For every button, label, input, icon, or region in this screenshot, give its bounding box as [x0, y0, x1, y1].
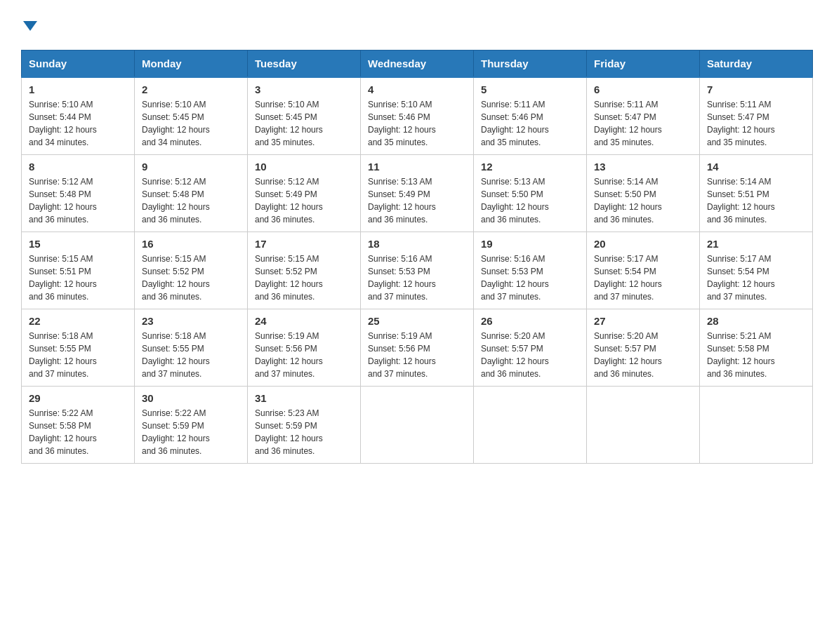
table-row: 2Sunrise: 5:10 AMSunset: 5:45 PMDaylight…: [135, 77, 248, 155]
table-row: 11Sunrise: 5:13 AMSunset: 5:49 PMDayligh…: [361, 155, 474, 232]
day-info: Sunrise: 5:13 AMSunset: 5:50 PMDaylight:…: [481, 177, 549, 224]
table-row: 28Sunrise: 5:21 AMSunset: 5:58 PMDayligh…: [700, 309, 813, 387]
calendar-week-row: 22Sunrise: 5:18 AMSunset: 5:55 PMDayligh…: [22, 309, 813, 387]
header-wednesday: Wednesday: [361, 51, 474, 78]
table-row: 24Sunrise: 5:19 AMSunset: 5:56 PMDayligh…: [248, 309, 361, 387]
day-info: Sunrise: 5:12 AMSunset: 5:48 PMDaylight:…: [142, 177, 210, 224]
header-thursday: Thursday: [474, 51, 587, 78]
day-number: 26: [481, 315, 579, 327]
calendar-header-row: Sunday Monday Tuesday Wednesday Thursday…: [22, 51, 813, 78]
table-row: [474, 387, 587, 464]
day-number: 15: [29, 238, 127, 250]
table-row: 6Sunrise: 5:11 AMSunset: 5:47 PMDaylight…: [587, 77, 700, 155]
header-tuesday: Tuesday: [248, 51, 361, 78]
day-info: Sunrise: 5:18 AMSunset: 5:55 PMDaylight:…: [29, 331, 97, 379]
day-info: Sunrise: 5:17 AMSunset: 5:54 PMDaylight:…: [707, 254, 775, 302]
day-info: Sunrise: 5:16 AMSunset: 5:53 PMDaylight:…: [368, 254, 436, 302]
day-number: 20: [594, 238, 692, 250]
day-number: 24: [255, 315, 353, 327]
calendar-week-row: 1Sunrise: 5:10 AMSunset: 5:44 PMDaylight…: [22, 77, 813, 155]
day-number: 9: [142, 161, 240, 173]
table-row: 25Sunrise: 5:19 AMSunset: 5:56 PMDayligh…: [361, 309, 474, 387]
day-number: 10: [255, 161, 353, 173]
day-info: Sunrise: 5:19 AMSunset: 5:56 PMDaylight:…: [255, 331, 323, 379]
header-sunday: Sunday: [22, 51, 135, 78]
day-info: Sunrise: 5:10 AMSunset: 5:44 PMDaylight:…: [29, 100, 97, 147]
calendar-week-row: 15Sunrise: 5:15 AMSunset: 5:51 PMDayligh…: [22, 232, 813, 309]
table-row: 19Sunrise: 5:16 AMSunset: 5:53 PMDayligh…: [474, 232, 587, 309]
day-number: 7: [707, 83, 805, 95]
table-row: 3Sunrise: 5:10 AMSunset: 5:45 PMDaylight…: [248, 77, 361, 155]
table-row: 21Sunrise: 5:17 AMSunset: 5:54 PMDayligh…: [700, 232, 813, 309]
day-number: 19: [481, 238, 579, 250]
day-info: Sunrise: 5:14 AMSunset: 5:50 PMDaylight:…: [594, 177, 662, 224]
calendar-table: Sunday Monday Tuesday Wednesday Thursday…: [21, 50, 813, 464]
day-number: 25: [368, 315, 466, 327]
table-row: 13Sunrise: 5:14 AMSunset: 5:50 PMDayligh…: [587, 155, 700, 232]
logo-line1: [21, 14, 37, 36]
day-info: Sunrise: 5:20 AMSunset: 5:57 PMDaylight:…: [481, 331, 549, 379]
day-number: 8: [29, 161, 127, 173]
day-info: Sunrise: 5:22 AMSunset: 5:58 PMDaylight:…: [29, 408, 97, 456]
day-number: 6: [594, 83, 692, 95]
table-row: 31Sunrise: 5:23 AMSunset: 5:59 PMDayligh…: [248, 387, 361, 464]
day-number: 12: [481, 161, 579, 173]
table-row: [587, 387, 700, 464]
day-number: 16: [142, 238, 240, 250]
table-row: 7Sunrise: 5:11 AMSunset: 5:47 PMDaylight…: [700, 77, 813, 155]
day-info: Sunrise: 5:23 AMSunset: 5:59 PMDaylight:…: [255, 408, 323, 456]
table-row: 4Sunrise: 5:10 AMSunset: 5:46 PMDaylight…: [361, 77, 474, 155]
day-number: 1: [29, 83, 127, 95]
day-number: 21: [707, 238, 805, 250]
day-info: Sunrise: 5:12 AMSunset: 5:49 PMDaylight:…: [255, 177, 323, 224]
header-friday: Friday: [587, 51, 700, 78]
day-number: 4: [368, 83, 466, 95]
day-info: Sunrise: 5:11 AMSunset: 5:47 PMDaylight:…: [707, 100, 775, 147]
table-row: 1Sunrise: 5:10 AMSunset: 5:44 PMDaylight…: [22, 77, 135, 155]
table-row: 30Sunrise: 5:22 AMSunset: 5:59 PMDayligh…: [135, 387, 248, 464]
table-row: [700, 387, 813, 464]
day-number: 3: [255, 83, 353, 95]
day-info: Sunrise: 5:13 AMSunset: 5:49 PMDaylight:…: [368, 177, 436, 224]
logo: [21, 14, 37, 36]
table-row: 16Sunrise: 5:15 AMSunset: 5:52 PMDayligh…: [135, 232, 248, 309]
page-header: [21, 14, 813, 36]
day-info: Sunrise: 5:18 AMSunset: 5:55 PMDaylight:…: [142, 331, 210, 379]
day-number: 29: [29, 392, 127, 404]
table-row: [361, 387, 474, 464]
day-info: Sunrise: 5:17 AMSunset: 5:54 PMDaylight:…: [594, 254, 662, 302]
table-row: 27Sunrise: 5:20 AMSunset: 5:57 PMDayligh…: [587, 309, 700, 387]
day-info: Sunrise: 5:16 AMSunset: 5:53 PMDaylight:…: [481, 254, 549, 302]
day-info: Sunrise: 5:11 AMSunset: 5:46 PMDaylight:…: [481, 100, 549, 147]
day-number: 11: [368, 161, 466, 173]
day-info: Sunrise: 5:10 AMSunset: 5:45 PMDaylight:…: [255, 100, 323, 147]
day-number: 30: [142, 392, 240, 404]
calendar-week-row: 29Sunrise: 5:22 AMSunset: 5:58 PMDayligh…: [22, 387, 813, 464]
day-info: Sunrise: 5:11 AMSunset: 5:47 PMDaylight:…: [594, 100, 662, 147]
day-info: Sunrise: 5:21 AMSunset: 5:58 PMDaylight:…: [707, 331, 775, 379]
header-saturday: Saturday: [700, 51, 813, 78]
table-row: 10Sunrise: 5:12 AMSunset: 5:49 PMDayligh…: [248, 155, 361, 232]
day-info: Sunrise: 5:10 AMSunset: 5:45 PMDaylight:…: [142, 100, 210, 147]
table-row: 26Sunrise: 5:20 AMSunset: 5:57 PMDayligh…: [474, 309, 587, 387]
header-monday: Monday: [135, 51, 248, 78]
table-row: 5Sunrise: 5:11 AMSunset: 5:46 PMDaylight…: [474, 77, 587, 155]
day-info: Sunrise: 5:12 AMSunset: 5:48 PMDaylight:…: [29, 177, 97, 224]
table-row: 15Sunrise: 5:15 AMSunset: 5:51 PMDayligh…: [22, 232, 135, 309]
day-info: Sunrise: 5:10 AMSunset: 5:46 PMDaylight:…: [368, 100, 436, 147]
day-info: Sunrise: 5:14 AMSunset: 5:51 PMDaylight:…: [707, 177, 775, 224]
table-row: 8Sunrise: 5:12 AMSunset: 5:48 PMDaylight…: [22, 155, 135, 232]
day-number: 2: [142, 83, 240, 95]
day-info: Sunrise: 5:19 AMSunset: 5:56 PMDaylight:…: [368, 331, 436, 379]
day-info: Sunrise: 5:20 AMSunset: 5:57 PMDaylight:…: [594, 331, 662, 379]
day-info: Sunrise: 5:15 AMSunset: 5:51 PMDaylight:…: [29, 254, 97, 302]
day-number: 27: [594, 315, 692, 327]
table-row: 23Sunrise: 5:18 AMSunset: 5:55 PMDayligh…: [135, 309, 248, 387]
table-row: 14Sunrise: 5:14 AMSunset: 5:51 PMDayligh…: [700, 155, 813, 232]
day-number: 18: [368, 238, 466, 250]
table-row: 22Sunrise: 5:18 AMSunset: 5:55 PMDayligh…: [22, 309, 135, 387]
table-row: 12Sunrise: 5:13 AMSunset: 5:50 PMDayligh…: [474, 155, 587, 232]
day-number: 14: [707, 161, 805, 173]
day-number: 28: [707, 315, 805, 327]
table-row: 17Sunrise: 5:15 AMSunset: 5:52 PMDayligh…: [248, 232, 361, 309]
